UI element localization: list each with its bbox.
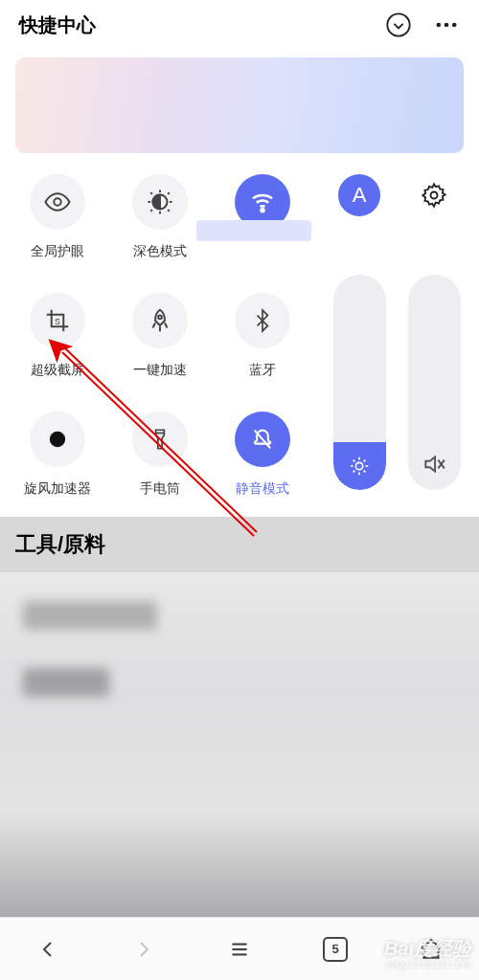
svg-marker-31: [425, 457, 435, 471]
svg-line-27: [354, 460, 355, 462]
nav-menu-button[interactable]: [218, 928, 261, 970]
header-actions: [385, 11, 460, 38]
bluetooth-icon: [250, 306, 275, 335]
svg-point-4: [54, 198, 61, 206]
tile-screenshot[interactable]: S 超级截屏: [8, 293, 106, 379]
tile-dark-mode[interactable]: 深色模式: [110, 174, 209, 260]
brightness-icon: [349, 456, 370, 477]
slider-row: [322, 275, 471, 490]
tile-eye-protection[interactable]: 全局护眼: [8, 174, 106, 260]
nav-back-button[interactable]: [27, 928, 69, 970]
tile-boost[interactable]: 一键加速: [110, 293, 209, 379]
svg-point-17: [158, 315, 162, 319]
nav-tabs-button[interactable]: 5: [314, 928, 356, 970]
wifi-ssid-hidden: [196, 220, 311, 241]
bell-off-icon: [249, 426, 276, 453]
tile-bluetooth[interactable]: 蓝牙: [214, 293, 312, 379]
header: 快捷中心: [0, 0, 479, 50]
settings-button[interactable]: [413, 174, 455, 216]
svg-line-11: [168, 210, 170, 212]
svg-point-0: [387, 13, 409, 35]
watermark-sub: jingyan.baidu.com: [386, 959, 471, 970]
svg-line-29: [364, 460, 366, 462]
tile-torch[interactable]: 手电筒: [110, 412, 209, 498]
menu-icon: [227, 937, 252, 962]
svg-point-21: [431, 192, 438, 199]
dot-icon: [44, 426, 71, 453]
tile-label: 静音模式: [236, 480, 289, 498]
rocket-icon: [146, 306, 174, 335]
tile-silent[interactable]: 静音模式: [214, 412, 312, 498]
svg-line-12: [168, 192, 170, 194]
brightness-slider[interactable]: [333, 275, 386, 490]
brightness-fill: [333, 442, 386, 490]
tile-label: 一键加速: [133, 362, 187, 379]
auto-brightness-button[interactable]: A: [338, 174, 380, 216]
dark-mode-icon: [146, 188, 174, 216]
svg-point-3: [452, 23, 457, 28]
svg-point-18: [49, 432, 64, 447]
flashlight-icon: [148, 425, 172, 454]
svg-line-10: [150, 192, 152, 194]
chevron-down-circle-icon[interactable]: [385, 11, 412, 38]
svg-line-30: [354, 471, 355, 473]
gradient-banner: [15, 57, 464, 153]
side-top-row: A: [322, 174, 471, 216]
more-icon[interactable]: [433, 11, 460, 38]
chevron-right-icon: [132, 938, 155, 961]
svg-point-2: [445, 23, 449, 28]
tile-wifi[interactable]: [214, 174, 312, 260]
tile-label: 手电筒: [140, 480, 180, 498]
tile-label: 超级截屏: [31, 362, 84, 379]
svg-point-22: [355, 462, 362, 469]
svg-point-14: [262, 209, 264, 212]
screenshot-icon: S: [43, 306, 72, 335]
tile-label: 深色模式: [133, 243, 187, 260]
auto-label: A: [353, 183, 367, 208]
tile-label: 旋风加速器: [24, 480, 91, 498]
side-column: A: [322, 170, 471, 498]
svg-line-28: [364, 471, 366, 473]
volume-slider[interactable]: [408, 275, 461, 490]
tab-count: 5: [323, 937, 348, 962]
volume-muted-icon: [422, 452, 446, 477]
tile-label: 蓝牙: [249, 362, 276, 379]
svg-point-1: [437, 23, 442, 28]
svg-text:S: S: [55, 317, 60, 326]
eye-icon: [43, 188, 72, 216]
watermark: Bai度经验 jingyan.baidu.com: [384, 939, 471, 970]
nav-forward-button[interactable]: [123, 928, 165, 970]
wifi-icon: [248, 188, 277, 216]
blurred-content: [0, 572, 479, 969]
page-title: 快捷中心: [19, 12, 96, 38]
section-tools-header: 工具/原料: [0, 517, 479, 572]
tile-label: 全局护眼: [31, 243, 84, 260]
svg-line-13: [150, 210, 152, 212]
tile-spin-boost[interactable]: 旋风加速器: [8, 412, 106, 498]
chevron-left-icon: [36, 938, 59, 961]
gear-icon: [421, 182, 447, 209]
watermark-brand: Bai度经验: [384, 939, 471, 959]
